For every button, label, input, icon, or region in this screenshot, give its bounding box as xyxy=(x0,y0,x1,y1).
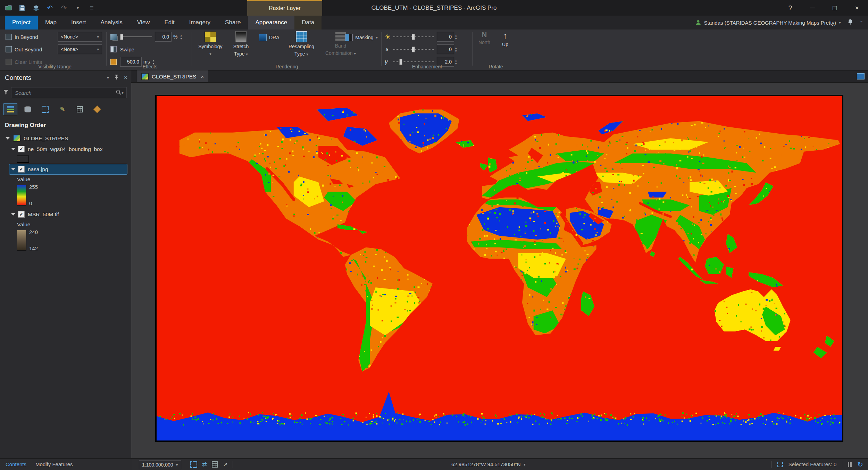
up-button[interactable]: ↑ Up xyxy=(496,31,514,48)
tree-item-bounding-box[interactable]: ✓ ne_50m_wgs84_bounding_box xyxy=(0,144,131,154)
list-by-data-source-icon[interactable] xyxy=(21,103,35,115)
navigation-icon[interactable]: ↗ xyxy=(223,461,227,468)
filter-icon[interactable] xyxy=(3,90,8,96)
tab-appearance[interactable]: Appearance xyxy=(248,16,294,30)
map-area: GLOBE_STRIPES × xyxy=(131,70,868,458)
pane-menu-icon[interactable]: ▾ xyxy=(107,75,109,80)
redo-icon[interactable]: ↷ xyxy=(60,4,68,12)
expand-icon[interactable] xyxy=(6,137,10,140)
selection-tool-icon[interactable] xyxy=(190,461,197,468)
color-ramp-swatch[interactable] xyxy=(17,230,26,251)
north-icon: N xyxy=(482,31,487,38)
resampling-label1: Resampling xyxy=(289,44,314,50)
in-beyond-select[interactable]: <None> ▾ xyxy=(58,32,102,42)
user-account[interactable]: Staridas (STARIDAS GEOGRAPHY Making Maps… xyxy=(695,19,841,26)
scale-select[interactable]: 1:100,000,000 ▾ xyxy=(139,460,181,469)
map-viewport[interactable] xyxy=(131,83,868,458)
brightness-slider[interactable] xyxy=(393,32,434,42)
expand-icon[interactable] xyxy=(11,168,15,170)
list-by-perspective-icon[interactable] xyxy=(90,103,104,115)
pause-drawing-icon[interactable] xyxy=(848,462,852,467)
north-button[interactable]: N North xyxy=(475,31,494,45)
transparency-spinner[interactable]: ▴ ▾ xyxy=(180,34,182,40)
coordinate-readout[interactable]: 62.9851278°W 94.5173050°N ▾ xyxy=(451,459,526,470)
dra-button[interactable]: DRA xyxy=(259,32,279,43)
grid-view-icon[interactable] xyxy=(212,461,218,468)
out-beyond-icon xyxy=(6,46,12,52)
map-canvas[interactable] xyxy=(155,95,843,442)
layers-icon[interactable] xyxy=(32,4,40,12)
list-by-selection-icon[interactable] xyxy=(38,103,52,115)
spinner-down-icon[interactable]: ▾ xyxy=(180,37,182,40)
color-ramp-swatch[interactable] xyxy=(17,185,26,205)
project-icon[interactable] xyxy=(4,4,12,12)
stretch-type-button[interactable]: Stretch Type ▾ xyxy=(228,31,254,57)
swipe-button[interactable]: Swipe xyxy=(120,47,134,52)
minimize-button[interactable]: ─ xyxy=(801,0,824,16)
tree-item-msr[interactable]: ✓ MSR_50M.tif xyxy=(0,209,131,220)
save-icon[interactable] xyxy=(18,4,26,12)
expand-icon[interactable] xyxy=(11,213,15,216)
ribbon-collapse-icon[interactable]: ⌃ xyxy=(860,20,863,25)
chevron-down-icon: ▾ xyxy=(176,462,178,467)
brightness-spinner[interactable]: ▴▾ xyxy=(455,34,457,40)
view-tab-close-icon[interactable]: × xyxy=(201,74,204,79)
tab-map[interactable]: Map xyxy=(38,16,64,30)
notifications-bell-icon[interactable] xyxy=(847,19,853,27)
symbology-button[interactable]: Symbology ▾ xyxy=(196,31,225,57)
tab-imagery[interactable]: Imagery xyxy=(182,16,218,30)
close-button[interactable]: × xyxy=(846,0,868,16)
search-input[interactable] xyxy=(14,90,116,96)
pan-tool-icon[interactable]: ⇄ xyxy=(202,461,207,468)
spinner-up-icon[interactable]: ▴ xyxy=(180,34,182,37)
layer-checkbox[interactable]: ✓ xyxy=(18,146,25,152)
resampling-label2: Type ▾ xyxy=(294,51,308,57)
transparency-input[interactable]: 0.0 xyxy=(155,32,172,42)
pin-icon[interactable] xyxy=(114,74,119,81)
pane-tab-modify-features[interactable]: Modify Features xyxy=(35,461,73,467)
pane-tab-contents[interactable]: Contents xyxy=(6,461,26,467)
out-beyond-select[interactable]: <None> ▾ xyxy=(58,44,102,54)
qat-caret-icon[interactable]: ▾ xyxy=(74,4,82,12)
spinner-up-icon[interactable]: ▴ xyxy=(153,59,155,62)
tab-share[interactable]: Share xyxy=(218,16,248,30)
list-by-drawing-order-icon[interactable] xyxy=(3,103,17,115)
dra-icon xyxy=(259,34,267,41)
tab-view[interactable]: View xyxy=(130,16,157,30)
masking-button[interactable]: Masking ▾ xyxy=(345,32,378,43)
tab-edit[interactable]: Edit xyxy=(157,16,182,30)
tab-data[interactable]: Data xyxy=(294,16,322,30)
search-icon[interactable] xyxy=(116,89,122,96)
layer-name: MSR_50M.tif xyxy=(28,211,59,218)
pane-close-icon[interactable]: × xyxy=(124,74,127,81)
user-caret-icon: ▾ xyxy=(839,20,841,25)
contrast-slider[interactable] xyxy=(393,44,434,54)
search-caret-icon[interactable]: ▾ xyxy=(122,90,124,95)
tab-insert[interactable]: Insert xyxy=(64,16,93,30)
tab-project[interactable]: Project xyxy=(5,16,38,30)
help-button[interactable]: ? xyxy=(779,0,801,16)
undo-icon[interactable]: ↶ xyxy=(46,4,54,12)
brightness-input[interactable]: 0 xyxy=(437,32,454,42)
legend-label-row: Value xyxy=(0,175,131,184)
maximize-button[interactable]: □ xyxy=(824,0,846,16)
contrast-spinner[interactable]: ▴▾ xyxy=(455,47,457,52)
outline-symbol-swatch[interactable] xyxy=(17,156,29,163)
customize-icon[interactable]: ≡ xyxy=(87,4,96,12)
tree-item-map[interactable]: GLOBE_STRIPES xyxy=(0,133,131,144)
view-tab-globe-stripes[interactable]: GLOBE_STRIPES × xyxy=(137,70,208,82)
layer-checkbox[interactable]: ✓ xyxy=(18,211,25,218)
tab-analysis[interactable]: Analysis xyxy=(93,16,130,30)
refresh-icon[interactable]: ↻ xyxy=(857,460,863,469)
layer-checkbox[interactable]: ✓ xyxy=(18,166,25,173)
transparency-slider[interactable] xyxy=(120,32,152,42)
group-label-effects: Effects xyxy=(110,64,190,69)
list-by-snapping-icon[interactable] xyxy=(73,103,87,115)
list-by-editing-icon[interactable]: ✎ xyxy=(56,103,69,115)
expand-icon[interactable] xyxy=(11,148,15,150)
layer-name: nasa.jpg xyxy=(28,166,48,173)
contrast-input[interactable]: 0 xyxy=(437,44,454,54)
dock-view-icon[interactable] xyxy=(857,73,865,79)
resampling-type-button[interactable]: Resampling Type ▾ xyxy=(284,31,319,57)
tree-item-nasa[interactable]: ✓ nasa.jpg xyxy=(0,164,131,175)
